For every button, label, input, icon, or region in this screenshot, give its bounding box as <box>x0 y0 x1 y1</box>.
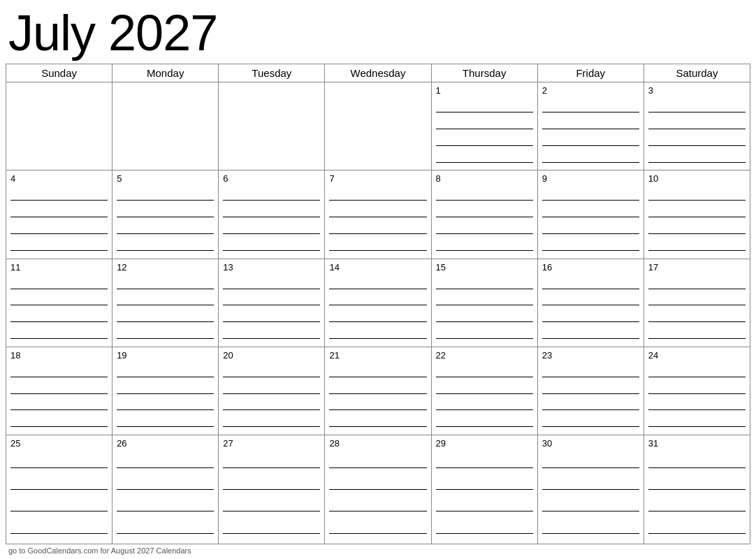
day-line <box>542 162 639 163</box>
day-line <box>542 511 639 511</box>
day-number: 4 <box>10 173 108 184</box>
day-number: 17 <box>648 262 746 273</box>
day-number: 22 <box>436 350 533 361</box>
day-cell: 31 <box>644 435 750 544</box>
day-line <box>329 409 426 410</box>
day-lines <box>223 277 320 344</box>
day-line <box>223 467 320 468</box>
day-lines <box>542 189 639 256</box>
day-line <box>223 250 320 251</box>
day-number: 6 <box>223 173 320 184</box>
day-lines <box>542 101 639 168</box>
day-line <box>648 338 746 339</box>
day-line <box>10 489 108 490</box>
day-line <box>648 162 746 163</box>
day-line <box>117 338 214 339</box>
day-line <box>223 289 320 289</box>
day-line <box>648 289 746 289</box>
day-line <box>117 289 214 289</box>
day-cell: 14 <box>325 259 431 347</box>
calendar-grid: SundayMondayTuesdayWednesdayThursdayFrid… <box>6 64 750 544</box>
day-line <box>648 393 746 394</box>
day-line <box>436 393 533 394</box>
day-number: 16 <box>542 262 639 273</box>
day-number: 24 <box>648 350 746 361</box>
day-line <box>10 393 108 394</box>
day-line <box>223 533 320 534</box>
week-row-2: 45678910 <box>6 170 750 259</box>
day-header-sunday: Sunday <box>6 64 112 82</box>
day-line <box>10 217 108 217</box>
day-line <box>648 200 746 201</box>
day-line <box>10 233 108 234</box>
day-line <box>117 200 214 201</box>
day-cell: 10 <box>644 170 750 259</box>
day-line <box>542 200 639 201</box>
day-line <box>436 162 533 163</box>
day-line <box>329 533 426 534</box>
day-line <box>10 200 108 201</box>
day-line <box>329 489 426 490</box>
day-number: 3 <box>648 85 746 96</box>
day-lines <box>10 189 108 256</box>
day-lines <box>10 453 108 541</box>
day-cell: 6 <box>219 170 325 259</box>
day-line <box>648 511 746 511</box>
day-number: 19 <box>117 350 214 361</box>
day-number: 15 <box>436 262 533 273</box>
day-lines <box>117 453 214 541</box>
day-cell: 26 <box>112 435 219 544</box>
day-line <box>329 393 426 394</box>
day-line <box>10 377 108 377</box>
day-cell: 21 <box>325 347 431 435</box>
day-header-monday: Monday <box>112 64 219 82</box>
day-cell: 27 <box>219 435 325 544</box>
day-line <box>436 321 533 322</box>
day-line <box>223 489 320 490</box>
day-cell: 3 <box>644 82 750 170</box>
day-lines <box>10 365 108 432</box>
day-line <box>10 305 108 305</box>
day-lines <box>329 365 426 432</box>
day-number: 10 <box>648 173 746 184</box>
day-line <box>648 305 746 305</box>
day-number: 23 <box>542 350 639 361</box>
day-number: 18 <box>10 350 108 361</box>
day-line <box>648 112 746 112</box>
day-line <box>329 200 426 201</box>
day-line <box>436 200 533 201</box>
day-line <box>436 426 533 427</box>
day-line <box>648 250 746 251</box>
day-line <box>648 217 746 217</box>
day-number: 13 <box>223 262 320 273</box>
day-line <box>648 409 746 410</box>
day-lines <box>648 101 746 168</box>
day-line <box>436 112 533 112</box>
day-line <box>329 233 426 234</box>
day-lines <box>436 277 533 344</box>
day-line <box>223 511 320 511</box>
day-line <box>10 467 108 468</box>
day-header-thursday: Thursday <box>432 64 538 82</box>
day-line <box>436 467 533 468</box>
day-lines <box>542 277 639 344</box>
day-cell: 18 <box>6 347 112 435</box>
day-line <box>436 233 533 234</box>
day-line <box>223 393 320 394</box>
day-cell: 20 <box>219 347 325 435</box>
day-lines <box>436 365 533 432</box>
week-row-1: 123 <box>6 82 750 170</box>
day-lines <box>117 189 214 256</box>
day-line <box>648 489 746 490</box>
day-number: 5 <box>117 173 214 184</box>
day-line <box>329 426 426 427</box>
day-number: 27 <box>223 438 320 449</box>
day-line <box>223 377 320 377</box>
day-line <box>436 305 533 305</box>
day-cell: 16 <box>538 259 644 347</box>
day-line <box>329 250 426 251</box>
day-line <box>436 377 533 377</box>
day-line <box>117 217 214 217</box>
day-line <box>436 289 533 289</box>
day-cell: 15 <box>432 259 538 347</box>
